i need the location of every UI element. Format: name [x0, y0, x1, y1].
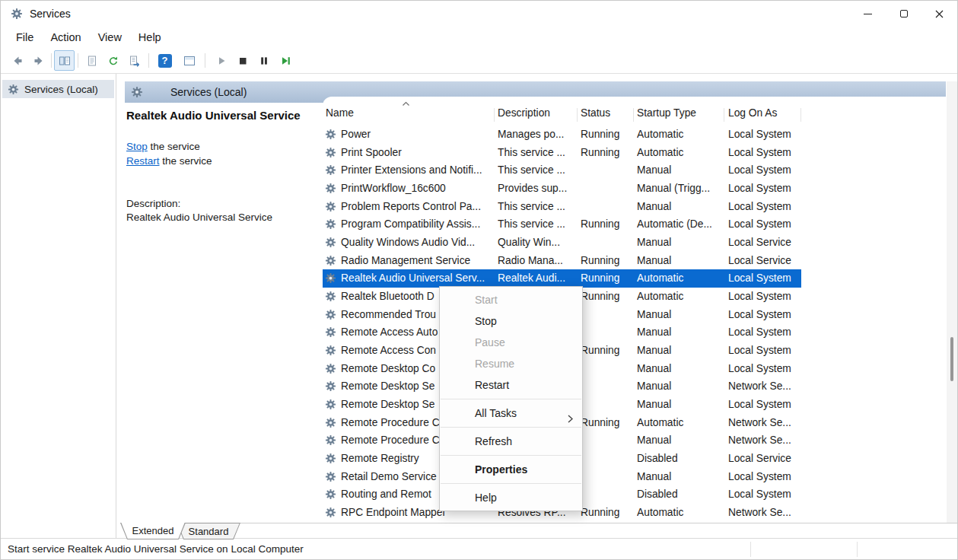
pause-service-button[interactable] — [253, 50, 274, 71]
cell-name: Print Spooler — [341, 144, 491, 162]
submenu-arrow-icon — [568, 409, 573, 430]
column-header-status[interactable]: Status — [581, 107, 610, 119]
tab-standard[interactable]: Standard — [177, 523, 240, 539]
cell-description: This service ... — [498, 215, 575, 234]
restart-service-link[interactable]: Restart — [126, 155, 160, 167]
cell-status: Running — [581, 144, 632, 162]
service-gear-icon — [325, 164, 336, 176]
column-divider[interactable] — [724, 108, 724, 122]
start-service-button[interactable] — [211, 50, 231, 71]
menu-item-properties[interactable]: Properties — [440, 459, 582, 480]
selected-service-title: Realtek Audio Universal Service — [126, 109, 332, 122]
service-row[interactable]: Print SpoolerThis service ...RunningAuto… — [323, 144, 801, 162]
service-gear-icon — [325, 345, 336, 356]
stop-service-button[interactable] — [232, 50, 253, 71]
maximize-button[interactable] — [886, 1, 921, 27]
menu-item-refresh[interactable]: Refresh — [440, 431, 582, 452]
cell-logon-as: Local System — [728, 323, 800, 342]
column-header-description[interactable]: Description — [498, 107, 550, 119]
back-button[interactable] — [7, 50, 27, 71]
minimize-button[interactable] — [850, 1, 886, 27]
restart-service-button[interactable] — [275, 50, 295, 71]
extended-view-button[interactable] — [179, 50, 199, 71]
help-button[interactable]: ? — [154, 50, 175, 71]
service-row[interactable]: Radio Management ServiceRadio Mana...Run… — [323, 252, 801, 270]
restart-service-line: Restart the service — [126, 155, 212, 167]
refresh-button[interactable] — [103, 50, 123, 71]
service-row[interactable]: Realtek Audio Universal Serv...Realtek A… — [323, 269, 801, 288]
menu-file[interactable]: File — [8, 29, 42, 46]
description-label: Description: — [126, 198, 180, 209]
column-divider[interactable] — [800, 108, 801, 122]
services-window: Services File Action View Help — [0, 0, 958, 560]
cell-startup-type: Manual — [637, 342, 722, 360]
service-gear-icon — [325, 417, 336, 428]
stop-service-link[interactable]: Stop — [126, 141, 148, 152]
menu-view[interactable]: View — [90, 29, 130, 46]
service-gear-icon — [325, 434, 336, 446]
service-row[interactable]: Quality Windows Audio Vid...Quality Win.… — [323, 234, 801, 252]
menu-item-stop[interactable]: Stop — [440, 310, 582, 332]
menu-item-restart[interactable]: Restart — [440, 374, 582, 396]
service-gear-icon — [325, 255, 336, 266]
column-header-name[interactable]: Name — [326, 107, 354, 119]
service-row[interactable]: Program Compatibility Assis...This servi… — [323, 215, 801, 234]
status-text: Start service Realtek Audio Universal Se… — [8, 543, 304, 555]
menu-separator — [441, 483, 581, 484]
export-list-button[interactable] — [124, 50, 145, 71]
menu-item-help[interactable]: Help — [440, 487, 582, 508]
cell-startup-type: Manual — [637, 323, 722, 342]
column-header-startup-type[interactable]: Startup Type — [637, 107, 696, 119]
maximize-icon — [900, 10, 908, 18]
tab-extended[interactable]: Extended — [120, 523, 186, 539]
vertical-scrollbar[interactable] — [947, 81, 957, 523]
cell-logon-as: Local System — [728, 198, 800, 216]
stop-service-line: Stop the service — [126, 141, 200, 152]
cell-status: Running — [581, 252, 632, 270]
services-header-icon — [131, 86, 143, 98]
column-divider[interactable] — [494, 108, 495, 122]
titlebar: Services — [1, 1, 957, 27]
cell-logon-as: Local Service — [728, 234, 800, 252]
toolbar: ? — [1, 48, 957, 74]
window-title: Services — [30, 8, 71, 20]
menu-help[interactable]: Help — [130, 29, 170, 46]
help-icon: ? — [158, 54, 172, 68]
cell-logon-as: Network Se... — [728, 431, 800, 450]
menu-action[interactable]: Action — [42, 29, 89, 46]
window-controls — [850, 1, 957, 27]
cell-description: Provides sup... — [498, 180, 575, 198]
service-gear-icon — [325, 380, 336, 392]
service-row[interactable]: PrintWorkflow_16c600Provides sup...Manua… — [323, 180, 801, 198]
service-gear-icon — [325, 218, 336, 230]
cell-name: Radio Management Service — [341, 252, 491, 270]
toolbar-separator — [78, 53, 78, 68]
cell-startup-type: Manual — [637, 306, 722, 324]
context-menu: StartStopPauseResumeRestartAll TasksRefr… — [439, 286, 583, 511]
cell-logon-as: Local System — [728, 126, 800, 144]
show-console-tree-button[interactable] — [54, 50, 75, 71]
column-divider[interactable] — [633, 108, 634, 122]
menu-item-all-tasks[interactable]: All Tasks — [440, 402, 582, 424]
column-divider[interactable] — [577, 108, 578, 122]
menu-separator — [441, 427, 581, 428]
cell-startup-type: Disabled — [637, 450, 722, 468]
column-header-log-on-as[interactable]: Log On As — [728, 107, 777, 119]
scrollbar-thumb[interactable] — [950, 337, 953, 381]
close-button[interactable] — [921, 1, 957, 27]
refresh-icon — [107, 55, 119, 67]
cell-startup-type: Manual — [637, 161, 722, 180]
cell-status: Running — [581, 414, 632, 432]
menu-item-start: Start — [440, 289, 582, 310]
service-row[interactable]: Printer Extensions and Notifi...This ser… — [323, 161, 801, 180]
properties-button[interactable] — [81, 50, 102, 71]
pause-service-icon — [258, 55, 270, 67]
cell-startup-type: Automatic — [637, 126, 722, 144]
show-console-tree-icon — [59, 55, 71, 67]
tree-item-services-local[interactable]: Services (Local) — [2, 80, 114, 98]
service-row[interactable]: Problem Reports Control Pa...This servic… — [323, 198, 801, 216]
forward-button[interactable] — [28, 50, 49, 71]
service-row[interactable]: PowerManages po...RunningAutomaticLocal … — [323, 126, 801, 144]
cell-startup-type: Disabled — [637, 485, 722, 504]
tab-standard-label: Standard — [189, 526, 229, 537]
